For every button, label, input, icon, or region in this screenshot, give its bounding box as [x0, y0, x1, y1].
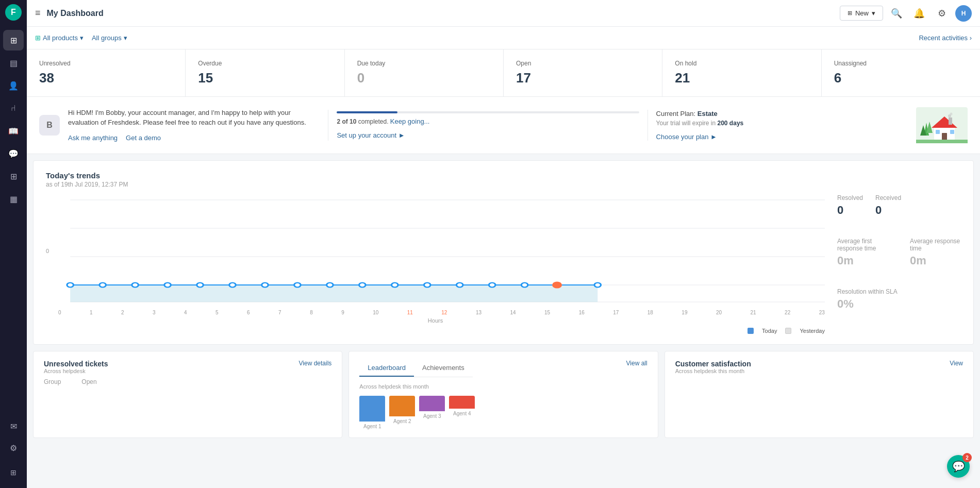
- legend-yesterday-label: Yesterday: [800, 328, 825, 334]
- unresolved-sub: Across helpdesk: [44, 368, 108, 374]
- settings-button[interactable]: ⚙: [933, 4, 951, 23]
- sidebar-item-settings[interactable]: ⚙: [3, 437, 24, 458]
- sidebar-item-inbox[interactable]: ▤: [3, 53, 24, 73]
- x-label-20: 20: [716, 310, 722, 315]
- stat-overdue[interactable]: Overdue 15: [186, 49, 344, 96]
- banner-divider-2: [647, 110, 648, 141]
- svg-point-27: [359, 283, 366, 288]
- leaderboard-tabs: Leaderboard Achievements: [359, 360, 472, 377]
- chevron-down-icon: ▾: [80, 34, 84, 42]
- view-details-link[interactable]: View details: [299, 360, 332, 367]
- avatar[interactable]: H: [955, 5, 972, 22]
- svg-point-23: [229, 283, 236, 288]
- new-button[interactable]: ⊞ New ▾: [840, 6, 883, 21]
- x-label-23: 23: [819, 310, 825, 315]
- banner-message: Hi HDM! I'm Bobby, your account manager,…: [68, 108, 320, 143]
- svg-rect-9: [950, 130, 954, 134]
- svg-point-24: [262, 283, 269, 288]
- chat-badge: 2: [962, 453, 972, 462]
- notifications-button[interactable]: 🔔: [910, 4, 928, 23]
- progress-text: 2 of 10 completed. Keep going...: [337, 117, 639, 125]
- topbar: ≡ My Dashboard ⊞ New ▾ 🔍 🔔 ⚙ H: [27, 0, 980, 27]
- x-label-21: 21: [751, 310, 756, 315]
- stat-on-hold[interactable]: On hold 21: [662, 49, 821, 96]
- stat-due-today[interactable]: Due today 0: [345, 49, 504, 96]
- inbox-icon: ▤: [10, 58, 18, 68]
- bell-icon: 🔔: [913, 8, 925, 19]
- stats-panel: Resolved 0 Received 0 Average first resp…: [837, 194, 961, 334]
- group-col-header: Group: [44, 378, 61, 385]
- x-label-5: 5: [215, 310, 219, 315]
- ask-me-anything-link[interactable]: Ask me anything: [68, 133, 118, 143]
- settings-icon: ⚙: [10, 443, 17, 453]
- trends-header: Today's trends as of 19th Jul 2019, 12:3…: [46, 171, 961, 188]
- all-groups-filter[interactable]: All groups ▾: [92, 34, 127, 42]
- search-button[interactable]: 🔍: [887, 4, 906, 23]
- open-col-header: Open: [81, 378, 96, 385]
- x-label-2: 2: [121, 310, 124, 315]
- sidebar-logo[interactable]: F: [5, 4, 22, 21]
- metric-avg-response: Average response time 0m: [910, 238, 961, 267]
- leaderboard-card: Leaderboard Achievements View all Across…: [348, 351, 658, 438]
- chart-y-label: 0: [46, 248, 49, 254]
- search-icon: 🔍: [891, 8, 902, 19]
- view-satisfaction-link[interactable]: View: [950, 360, 963, 367]
- sidebar-item-home[interactable]: ⊞: [3, 30, 24, 51]
- tab-achievements[interactable]: Achievements: [414, 360, 473, 377]
- sidebar-item-reports[interactable]: ⊞: [3, 166, 24, 187]
- svg-point-25: [294, 283, 301, 288]
- page-title: My Dashboard: [47, 9, 840, 18]
- menu-icon[interactable]: ≡: [35, 8, 41, 19]
- sidebar-item-scenarios[interactable]: ⑁: [3, 98, 24, 119]
- filterbar: ⊞ All products ▾ All groups ▾ Recent act…: [27, 27, 980, 49]
- svg-point-21: [164, 283, 171, 288]
- metric-resolved: Resolved 0: [837, 194, 863, 217]
- chart-svg: [46, 194, 825, 308]
- gear-icon: ⚙: [938, 8, 946, 19]
- x-label-12: 12: [441, 310, 447, 315]
- chart-x-labels: 01234567891011121314151617181920212223: [46, 308, 825, 315]
- x-label-19: 19: [682, 310, 687, 315]
- x-label-16: 16: [579, 310, 585, 315]
- setup-account-link[interactable]: Set up your account ►: [337, 131, 405, 139]
- email-icon: ✉: [10, 422, 17, 431]
- sidebar-item-contacts[interactable]: 👤: [3, 75, 24, 96]
- leader-bar-3: Agent 3: [419, 396, 445, 429]
- stat-unresolved[interactable]: Unresolved 38: [27, 49, 186, 96]
- x-label-14: 14: [510, 310, 516, 315]
- sidebar-item-calendar[interactable]: ▦: [3, 189, 24, 209]
- svg-point-28: [392, 283, 398, 288]
- stat-unassigned[interactable]: Unassigned 6: [822, 49, 980, 96]
- x-label-18: 18: [647, 310, 653, 315]
- tab-leaderboard[interactable]: Leaderboard: [359, 360, 414, 377]
- sidebar-item-apps[interactable]: ⊞: [3, 462, 24, 483]
- chat-bubble[interactable]: 💬 2: [947, 455, 970, 478]
- legend-today-label: Today: [762, 328, 777, 334]
- chart-legend: Today Yesterday: [46, 328, 825, 334]
- scenarios-icon: ⑁: [11, 104, 16, 113]
- get-a-demo-link[interactable]: Get a demo: [126, 133, 161, 143]
- x-label-9: 9: [341, 310, 344, 315]
- satisfaction-title: Customer satisfaction: [675, 360, 751, 368]
- unresolved-tickets-card: Unresolved tickets Across helpdesk View …: [33, 351, 342, 438]
- sidebar-item-conversations[interactable]: 💬: [3, 143, 24, 164]
- svg-point-34: [594, 283, 601, 288]
- stats-row: Unresolved 38 Overdue 15 Due today 0 Ope…: [27, 49, 980, 97]
- svg-point-18: [67, 283, 74, 288]
- keep-going-link[interactable]: Keep going...: [390, 117, 430, 125]
- choose-plan-link[interactable]: Choose your plan ►: [656, 133, 717, 141]
- sidebar-item-email[interactable]: ✉: [3, 416, 24, 436]
- main-content: ≡ My Dashboard ⊞ New ▾ 🔍 🔔 ⚙ H: [27, 0, 980, 488]
- svg-point-30: [456, 283, 463, 288]
- trends-subtitle: as of 19th Jul 2019, 12:37 PM: [46, 181, 961, 188]
- svg-rect-6: [949, 117, 952, 125]
- view-all-link[interactable]: View all: [626, 360, 647, 367]
- svg-point-19: [99, 283, 106, 288]
- trends-section: Today's trends as of 19th Jul 2019, 12:3…: [33, 160, 974, 345]
- all-products-filter[interactable]: ⊞ All products ▾: [35, 34, 84, 42]
- recent-activities-link[interactable]: Recent activities ›: [919, 34, 972, 42]
- svg-point-20: [132, 283, 139, 288]
- stat-open[interactable]: Open 17: [504, 49, 662, 96]
- sidebar-item-solutions[interactable]: 📖: [3, 121, 24, 141]
- solutions-icon: 📖: [8, 126, 19, 136]
